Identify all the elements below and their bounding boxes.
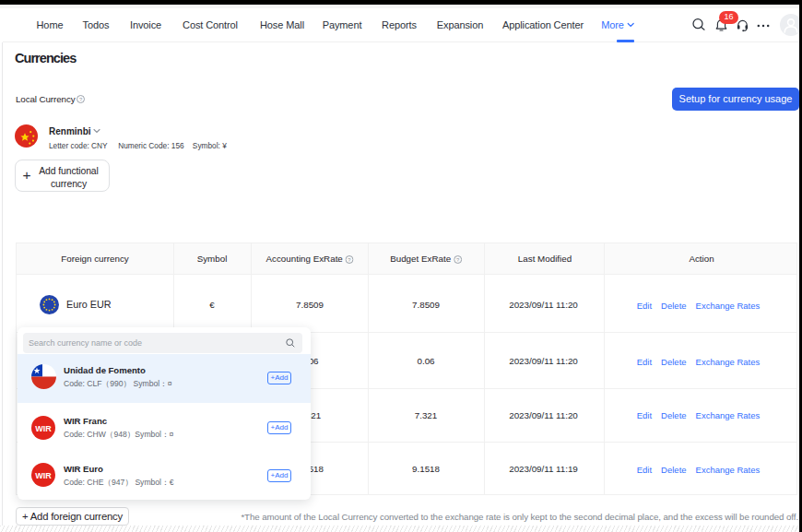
svg-text:WIR: WIR [35,471,52,480]
svg-text:?: ? [456,256,460,262]
svg-text:?: ? [79,97,83,102]
svg-text:?: ? [348,256,351,262]
svg-text:WIR: WIR [35,424,52,433]
